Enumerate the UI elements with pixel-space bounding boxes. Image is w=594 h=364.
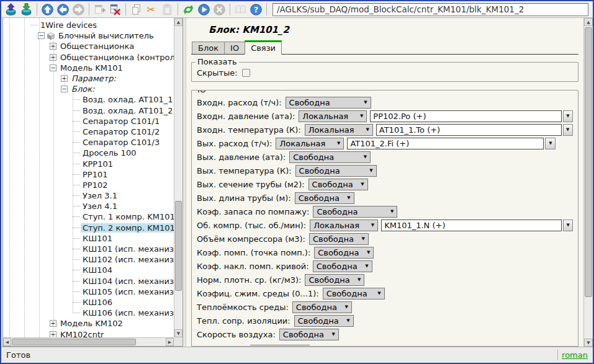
tree-item[interactable]: Узел 3.1 <box>3 190 174 201</box>
link-type-select[interactable]: Свободна▼ <box>313 206 397 218</box>
scrollbar-thumb[interactable] <box>585 27 592 297</box>
cut-icon[interactable]: ✂ <box>144 2 160 17</box>
link-type-select[interactable]: Свободна▼ <box>289 151 371 163</box>
tree-item[interactable]: КШ106 (исп. механизм) <box>3 308 174 318</box>
link-address-input[interactable] <box>347 138 544 149</box>
scroll-up-icon[interactable]: ▲ <box>584 18 593 26</box>
stop-icon[interactable] <box>212 2 227 17</box>
scrollbar-thumb[interactable] <box>175 201 182 291</box>
link-type-select[interactable]: Свободна▼ <box>294 315 354 327</box>
tree-item[interactable]: +Модель KM102 <box>3 318 174 329</box>
link-type-select[interactable]: Локальная▼ <box>276 138 344 149</box>
scroll-down-icon[interactable]: ▼ <box>174 329 182 337</box>
link-type-select[interactable]: Свободна▼ <box>309 233 369 245</box>
tree-item[interactable]: −Модель KM101 <box>3 63 174 73</box>
link-type-select[interactable]: Свободна▼ <box>313 260 372 272</box>
scroll-up-icon[interactable]: ▲ <box>174 18 182 26</box>
panel-vertical-scrollbar[interactable]: ▲ ▼ <box>583 18 593 347</box>
link-dropdown-button[interactable]: ▼ <box>563 124 573 136</box>
save-to-db-icon[interactable] <box>19 2 34 17</box>
manual-icon[interactable] <box>233 2 248 17</box>
tab-связи[interactable]: Связи <box>245 40 282 55</box>
tree-item[interactable]: Дросель 100 <box>3 148 174 158</box>
tree-branch-line <box>73 185 80 185</box>
help-icon[interactable]: ? <box>248 2 264 17</box>
link-type-select[interactable]: Локальная▼ <box>305 124 373 136</box>
tree-item[interactable]: Ступ. 2 компр. KM101 <box>3 223 174 233</box>
tree-item[interactable]: Сепаратор C101/3 <box>3 137 174 148</box>
scroll-down-icon[interactable]: ▼ <box>584 339 593 347</box>
tree-item[interactable]: КШ106 <box>3 297 174 308</box>
tree-item[interactable]: PP101 <box>3 169 174 180</box>
link-dropdown-button[interactable]: ▼ <box>545 138 556 149</box>
collapse-icon[interactable]: − <box>38 32 45 39</box>
tree-item[interactable]: КШ101 <box>3 233 174 244</box>
link-type-select[interactable]: Свободна▼ <box>295 165 377 177</box>
tree-item[interactable]: КШ104 (исп. механизм) <box>3 276 174 286</box>
tree-item[interactable]: КШ104 <box>3 265 174 275</box>
config-panel: Блок: KM101_2 БлокIOСвязи Показать Скрыт… <box>186 18 593 347</box>
forward-icon[interactable] <box>71 2 86 17</box>
expand-icon[interactable]: + <box>50 54 56 61</box>
refresh-icon[interactable] <box>181 2 196 17</box>
expand-icon[interactable]: + <box>50 43 56 50</box>
tree-item[interactable]: Сепаратор C101/1 <box>3 116 174 127</box>
copy-icon[interactable] <box>128 2 144 17</box>
add-item-icon[interactable] <box>92 2 107 17</box>
tree-item[interactable]: +KM102cntr <box>3 329 174 337</box>
tree-item[interactable]: Возд. охлад. AT101_2 <box>3 105 174 116</box>
scrollbar-thumb[interactable] <box>12 339 136 345</box>
link-type-select[interactable]: Свободна▼ <box>308 179 368 190</box>
tree-item[interactable]: +Общестанционка (контроллер) <box>3 52 174 63</box>
tree-item[interactable]: PP102 <box>3 180 174 190</box>
link-address-input[interactable] <box>381 220 562 231</box>
expand-icon[interactable]: + <box>50 331 56 337</box>
tree-item[interactable]: Ступ. 1 компр. KM101 <box>3 211 174 222</box>
scroll-left-icon[interactable]: ◀ <box>3 338 11 346</box>
link-type-select[interactable]: Свободна▼ <box>295 192 354 204</box>
expand-icon[interactable]: + <box>50 320 56 327</box>
tree-item[interactable]: КШ105 (исп. механизм) <box>3 286 174 297</box>
tree-item[interactable]: Сепаратор C101/2 <box>3 127 174 137</box>
tree-item[interactable]: −Блочный вычислитель <box>3 30 174 41</box>
collapse-icon[interactable]: − <box>50 64 56 71</box>
tree-horizontal-scrollbar[interactable]: ◀ ▶ <box>3 337 174 346</box>
expand-icon[interactable]: + <box>61 75 68 82</box>
link-type-select[interactable]: Локальная▼ <box>310 220 378 231</box>
tree-item[interactable]: КШ102 (исп. механизм) <box>3 254 174 265</box>
load-from-db-icon[interactable] <box>3 2 19 17</box>
tree-item[interactable]: +Параметр: <box>3 73 174 84</box>
link-type-select[interactable]: Свободна▼ <box>323 288 385 300</box>
start-icon[interactable] <box>196 2 212 17</box>
tree-item[interactable]: 1Wire devices <box>3 20 174 30</box>
tree-item[interactable]: −Блок: <box>3 84 174 94</box>
collapse-icon[interactable]: − <box>61 86 68 92</box>
address-bar-input[interactable] <box>272 3 588 16</box>
link-type-select[interactable]: Свободна▼ <box>279 329 339 340</box>
tree-item[interactable]: KPP101 <box>3 158 174 169</box>
link-address-input[interactable] <box>370 110 562 122</box>
link-type-select[interactable]: Локальная▼ <box>299 110 367 122</box>
current-user-link[interactable]: roman <box>562 350 588 360</box>
link-type-select[interactable]: Свободна▼ <box>314 247 374 259</box>
link-type-select[interactable]: Свободна▼ <box>305 274 364 286</box>
tree-vertical-scrollbar[interactable]: ▲ ▼ <box>174 18 182 337</box>
up-level-icon[interactable] <box>40 2 55 17</box>
remove-item-icon[interactable] <box>107 2 123 17</box>
tab-io[interactable]: IO <box>224 42 245 54</box>
paste-icon[interactable] <box>160 2 175 17</box>
back-icon[interactable] <box>55 2 71 17</box>
tree-item[interactable]: Узел 4.1 <box>3 201 174 211</box>
scroll-right-icon[interactable]: ▶ <box>166 338 174 346</box>
tree-item[interactable]: КШ101 (исп. механизм) <box>3 244 174 254</box>
link-type-select[interactable]: Свободна▼ <box>292 301 352 313</box>
tree-item[interactable]: +Общестанционка <box>3 41 174 51</box>
link-type-select[interactable]: Свободна▼ <box>286 97 371 109</box>
io-row: Вых. сечение трубы (м2):Свободна▼ <box>197 177 573 191</box>
hidden-checkbox[interactable] <box>242 69 250 77</box>
tab-блок[interactable]: Блок <box>192 42 225 54</box>
link-address-input[interactable] <box>376 124 562 136</box>
link-dropdown-button[interactable]: ▼ <box>563 110 573 122</box>
link-dropdown-button[interactable]: ▼ <box>563 220 573 231</box>
tree-item[interactable]: Возд. охлад. AT101_1 <box>3 94 174 105</box>
